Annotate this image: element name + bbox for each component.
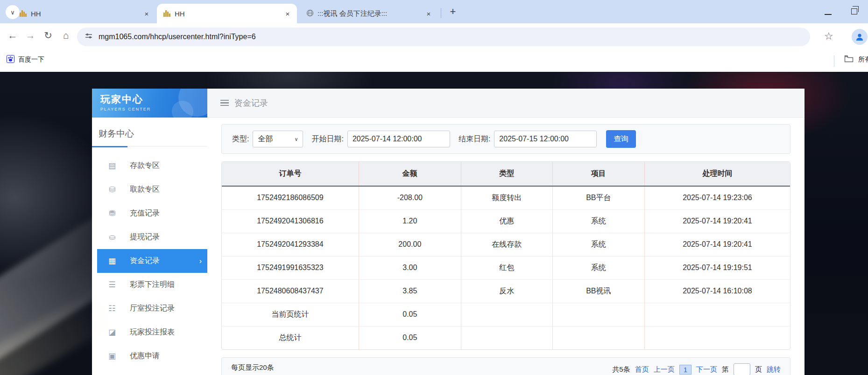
main-header: 资金记录: [207, 89, 804, 118]
player-center-panel: 玩家中心 PLAYERS CENTER 财务中心 ▤ 存款专区 ⛁ 取款专区 ⛃…: [92, 89, 804, 375]
table-row: 1752492041306816 1.20 优惠 系统 2025-07-14 1…: [222, 209, 790, 233]
site-settings-icon[interactable]: [85, 32, 93, 42]
close-icon[interactable]: ×: [424, 9, 433, 18]
profile-avatar[interactable]: [852, 29, 868, 45]
page-title: 资金记录: [234, 97, 268, 109]
filter-bar: 类型: 全部 ∨ 开始日期: 结束日期: 查询: [221, 124, 790, 154]
close-icon[interactable]: ×: [283, 9, 292, 18]
url-text: mgm1065.com/hhcp/usercenter.html?iniType…: [99, 33, 256, 41]
end-date-input[interactable]: [494, 131, 597, 147]
browser-address-bar: ← → ↻ ⌂ mgm1065.com/hhcp/usercenter.html…: [0, 23, 868, 50]
sidebar-item-promo-apply[interactable]: ▣ 优惠申请: [97, 344, 207, 368]
brand-subtitle: PLAYERS CENTER: [100, 107, 207, 111]
table-header-row: 订单号 金额 类型 项目 处理时间: [222, 162, 790, 186]
sidebar-item-withdrawal-records[interactable]: ⛀ 提现记录: [97, 225, 207, 249]
window-restore-button[interactable]: [851, 8, 857, 14]
reload-icon[interactable]: ↻: [41, 30, 55, 41]
tab-title: :::视讯 会员下注纪录:::: [318, 9, 420, 18]
main-panel: 资金记录 类型: 全部 ∨ 开始日期: 结束日期: 查询: [207, 89, 804, 375]
funds-table: 订单号 金额 类型 项目 处理时间 1752492186086509 -208.…: [221, 161, 790, 350]
globe-icon: [306, 9, 314, 18]
browser-tab-3[interactable]: :::视讯 会员下注纪录::: ×: [300, 4, 438, 23]
tab-divider: [441, 8, 441, 18]
sidebar-item-deposit-zone[interactable]: ▤ 存款专区: [97, 154, 207, 178]
site-favicon-icon: [163, 10, 171, 17]
col-type: 类型: [461, 162, 552, 186]
summary-row-current-page: 当前页统计 0.05: [222, 303, 790, 326]
jump-prefix-label: 第: [722, 365, 729, 374]
section-underline: [92, 146, 207, 146]
window-minimize-button[interactable]: [825, 14, 832, 15]
deposit-card-icon: ▤: [106, 161, 118, 171]
table-row: 1752491991635323 3.00 红包 系统 2025-07-14 1…: [222, 256, 790, 279]
table-row: 1752480608437437 3.85 反水 BB视讯 2025-07-14…: [222, 279, 790, 303]
table-row: 1752492041293384 200.00 在线存款 系统 2025-07-…: [222, 233, 790, 256]
cash-icon: ⛀: [106, 232, 118, 242]
brand-title: 玩家中心: [100, 93, 207, 106]
col-amount: 金额: [359, 162, 461, 186]
moneybag-icon: ⛃: [106, 208, 118, 218]
chevron-right-icon: ›: [199, 257, 202, 265]
current-page-badge: 1: [679, 365, 692, 375]
list-icon: ☰: [106, 280, 118, 290]
jump-button[interactable]: 跳转: [767, 365, 781, 374]
type-select[interactable]: 全部 ∨: [253, 131, 303, 147]
all-bookmarks-label: 所有: [858, 56, 868, 64]
menu-icon: [220, 100, 229, 106]
sidebar-item-hall-bet-records[interactable]: ☷ 厅室投注记录: [97, 297, 207, 320]
gift-icon: ▣: [106, 351, 118, 361]
bookmark-star-icon[interactable]: ☆: [824, 30, 833, 42]
page-size-text: 每页显示20条: [231, 363, 274, 372]
start-date-input[interactable]: [347, 131, 450, 147]
sidebar-item-lottery-bet-detail[interactable]: ☰ 彩票下注明细: [97, 273, 207, 297]
new-tab-button[interactable]: +: [446, 5, 459, 18]
bookmark-label: 百度一下: [18, 56, 44, 64]
site-favicon-icon: [20, 10, 27, 17]
end-date-label: 结束日期:: [459, 134, 490, 144]
withdraw-hand-icon: ⛁: [106, 185, 118, 194]
table-row: 1752492186086509 -208.00 额度转出 BB平台 2025-…: [222, 186, 790, 209]
jump-suffix-label: 页: [755, 365, 762, 374]
forward-icon[interactable]: →: [23, 30, 37, 41]
tab-title: HH: [31, 10, 138, 18]
search-button[interactable]: 查询: [606, 130, 636, 148]
sidebar-item-funds-records[interactable]: ▦ 资金记录 ›: [97, 249, 207, 273]
folder-icon: [844, 55, 854, 64]
summary-row-total: 总统计 0.05: [222, 326, 790, 349]
chevron-down-icon: ∨: [294, 136, 298, 142]
browser-tab-2-active[interactable]: HH ×: [157, 4, 297, 23]
jump-page-input[interactable]: [734, 363, 750, 375]
sidebar-menu: ▤ 存款专区 ⛁ 取款专区 ⛃ 充值记录 ⛀ 提现记录 ▦ 资金记录: [92, 154, 207, 375]
bookmark-baidu[interactable]: 百度一下: [7, 55, 44, 64]
browser-tab-1[interactable]: HH ×: [13, 4, 156, 23]
home-icon[interactable]: ⌂: [59, 30, 73, 41]
sidebar-item-recharge-records[interactable]: ⛃ 充值记录: [97, 201, 207, 225]
funds-icon: ▦: [106, 256, 118, 266]
all-bookmarks-button[interactable]: 所有: [844, 55, 868, 64]
baidu-favicon-icon: [7, 55, 14, 64]
bookmarks-divider: [834, 56, 834, 67]
pagination: 共5条 首页 上一页 1 下一页 第 页 跳转: [612, 363, 781, 375]
list-check-icon: ☷: [106, 304, 118, 313]
col-project: 项目: [552, 162, 644, 186]
back-icon[interactable]: ←: [6, 30, 20, 41]
sidebar-item-player-bet-report[interactable]: ◪ 玩家投注报表: [97, 320, 207, 344]
sidebar-item-withdraw-zone[interactable]: ⛁ 取款专区: [97, 178, 207, 201]
sidebar: 玩家中心 PLAYERS CENTER 财务中心 ▤ 存款专区 ⛁ 取款专区 ⛃…: [92, 89, 207, 375]
next-page-link[interactable]: 下一页: [696, 365, 717, 374]
sidebar-section-finance: 财务中心: [92, 118, 207, 140]
type-label: 类型:: [232, 134, 249, 144]
table-footer: 每页显示20条 共5条 首页 上一页 1 下一页 第 页 跳转: [221, 357, 790, 375]
first-page-link[interactable]: 首页: [635, 365, 649, 374]
close-icon[interactable]: ×: [142, 9, 151, 18]
sidebar-item-promo-apply-records[interactable]: ▥ 优惠申请记录: [97, 368, 207, 375]
chart-icon: ◪: [106, 327, 118, 337]
tab-title: HH: [175, 10, 279, 18]
total-count-text: 共5条: [612, 365, 630, 374]
section-title: 财务中心: [99, 128, 207, 140]
prev-page-link[interactable]: 上一页: [654, 365, 675, 374]
sidebar-brand-banner: 玩家中心 PLAYERS CENTER: [92, 89, 207, 118]
col-process-time: 处理时间: [644, 162, 790, 186]
url-omnibox[interactable]: mgm1065.com/hhcp/usercenter.html?iniType…: [77, 28, 810, 46]
browser-tab-bar: ∨ HH × HH × :::视讯 会员下注纪录::: × +: [0, 0, 868, 23]
